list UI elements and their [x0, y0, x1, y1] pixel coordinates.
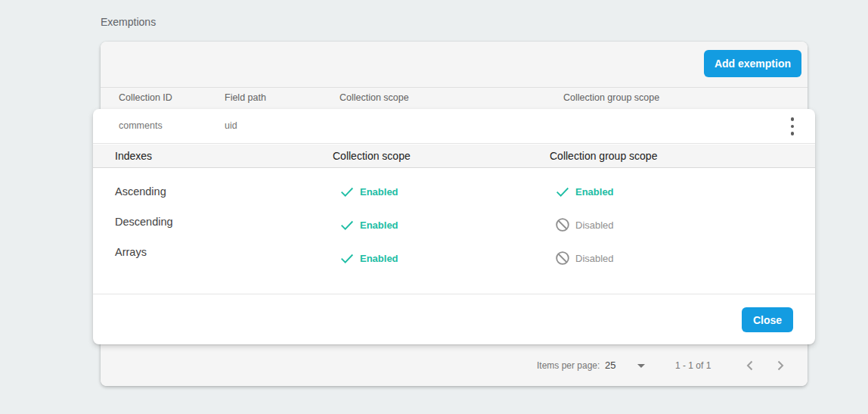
chevron-left-icon [741, 356, 759, 375]
kebab-dot [791, 125, 795, 129]
kebab-dot [791, 132, 795, 135]
items-per-page-label: Items per page: [537, 360, 600, 371]
exemption-field-path: uid [225, 109, 237, 143]
exemption-summary-row[interactable]: comments uid [93, 109, 815, 144]
blocked-icon [555, 251, 570, 266]
collection-group-scope-status: Enabled [555, 184, 614, 199]
check-icon [339, 251, 355, 266]
add-exemption-button[interactable]: Add exemption [704, 50, 801, 77]
page-title: Exemptions [101, 16, 156, 28]
collection-scope-status: Enabled [339, 217, 398, 232]
collection-scope-status: Enabled [339, 184, 398, 199]
dialog-footer: Close [93, 294, 815, 344]
exemption-details-dialog: comments uid Indexes Collection scope Co… [93, 109, 815, 344]
blocked-icon [555, 217, 570, 232]
kebab-dot [791, 117, 795, 121]
column-header-collection-group-scope: Collection group scope [563, 88, 659, 107]
dialog-column-collection-scope: Collection scope [333, 145, 411, 168]
index-row-descending: DescendingEnabledDisabled [93, 208, 815, 241]
page-range-label: 1 - 1 of 1 [675, 360, 711, 371]
check-icon [555, 184, 570, 199]
collection-group-scope-status: Disabled [555, 251, 614, 266]
exemption-collection-id: comments [119, 109, 163, 143]
previous-page-button[interactable] [741, 356, 759, 375]
exemption-menu-button[interactable] [777, 111, 808, 142]
index-row-label: Ascending [93, 185, 166, 198]
index-row-ascending: AscendingEnabledEnabled [93, 175, 815, 208]
close-button[interactable]: Close [742, 307, 793, 332]
check-icon [339, 184, 355, 199]
collection-scope-status: Enabled [339, 251, 398, 266]
page-size-value[interactable]: 25 [605, 360, 615, 371]
dialog-table-header: Indexes Collection scope Collection grou… [93, 145, 815, 168]
column-header-field-path: Field path [225, 88, 266, 107]
next-page-button[interactable] [771, 356, 789, 375]
dialog-column-collection-group-scope: Collection group scope [550, 145, 657, 168]
check-icon [339, 217, 355, 232]
index-row-label: Arrays [93, 246, 147, 258]
chevron-right-icon [771, 356, 789, 375]
column-header-collection-scope: Collection scope [339, 88, 409, 107]
panel-toolbar: Add exemption [101, 42, 808, 87]
collection-group-scope-status: Disabled [555, 217, 614, 232]
index-row-arrays: ArraysEnabledDisabled [93, 241, 815, 275]
pagination-bar: Items per page: 25 1 - 1 of 1 [101, 341, 808, 386]
dialog-column-indexes: Indexes [115, 145, 152, 168]
column-header-collection-id: Collection ID [119, 88, 172, 107]
index-row-label: Descending [93, 216, 173, 228]
page-size-dropdown-icon[interactable] [637, 364, 645, 368]
